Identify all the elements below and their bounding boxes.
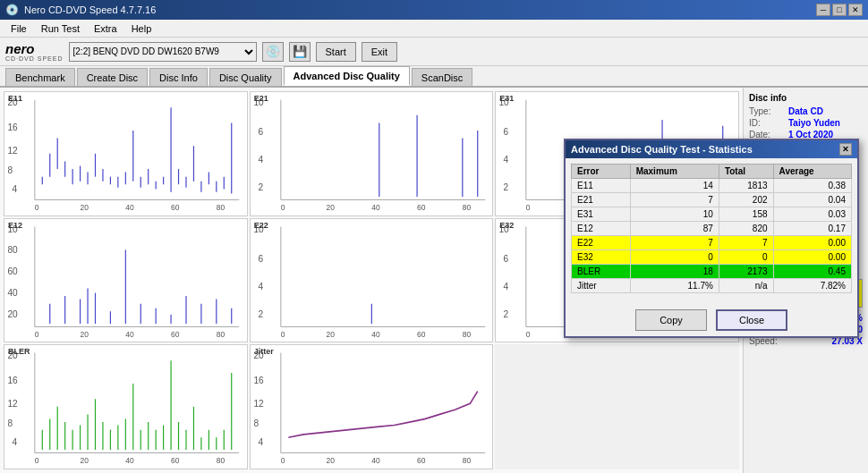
nero-logo: nero — [5, 42, 64, 55]
chart-e12-label: E12 — [8, 221, 22, 230]
svg-text:6: 6 — [504, 254, 509, 264]
svg-text:0: 0 — [526, 330, 531, 339]
svg-text:8: 8 — [253, 418, 259, 428]
disc-info-title: Disc info — [749, 93, 863, 103]
svg-text:60: 60 — [171, 457, 180, 466]
toolbar: nero CD·DVD SPEED [2:2] BENQ DVD DD DW16… — [0, 38, 868, 66]
svg-text:80: 80 — [462, 330, 471, 339]
svg-text:16: 16 — [253, 376, 264, 385]
nero-logo-area: nero CD·DVD SPEED — [5, 42, 64, 62]
modal-close-x[interactable]: ✕ — [839, 143, 852, 156]
copy-button[interactable]: Copy — [635, 309, 707, 331]
disc-type-row: Type: Data CD — [749, 106, 863, 116]
table-row-e32: E32 0 0 0.00 — [572, 250, 852, 265]
svg-text:60: 60 — [171, 203, 180, 212]
chart-bler-label: BLER — [8, 347, 30, 356]
svg-text:0: 0 — [280, 457, 285, 466]
menu-bar: File Run Test Extra Help — [0, 20, 868, 38]
svg-text:2: 2 — [504, 182, 509, 192]
disc-type-value: Data CD — [788, 106, 823, 116]
tab-scandisc[interactable]: ScanDisc — [412, 68, 472, 86]
chart-e31-label: E31 — [499, 94, 514, 103]
tab-benchmark[interactable]: Benchmark — [5, 68, 75, 86]
svg-text:12: 12 — [7, 146, 18, 156]
chart-jitter-svg: 20 16 12 8 4 0 20 40 60 80 — [251, 345, 493, 469]
drive-icon-button[interactable]: 💿 — [262, 42, 284, 62]
svg-text:6: 6 — [258, 254, 263, 264]
modal-body: Error Maximum Total Average E11 14 1813 … — [566, 158, 857, 306]
cell-avg: 0.04 — [773, 193, 851, 207]
cell-total: 1813 — [719, 179, 773, 193]
tab-advanced-disc-quality[interactable]: Advanced Disc Quality — [284, 66, 410, 86]
modal-title: Advanced Disc Quality Test - Statistics — [571, 144, 753, 155]
chart-e11-label: E11 — [8, 94, 22, 103]
svg-text:20: 20 — [326, 330, 335, 339]
chart-e22: E22 10 6 4 2 0 20 40 60 80 — [250, 218, 494, 343]
title-bar-controls: ─ □ ✕ — [816, 4, 863, 16]
svg-text:12: 12 — [253, 399, 264, 409]
svg-text:40: 40 — [7, 288, 18, 298]
svg-text:4: 4 — [258, 155, 263, 165]
menu-run-test[interactable]: Run Test — [34, 21, 87, 36]
close-button[interactable]: Close — [716, 309, 787, 331]
menu-help[interactable]: Help — [124, 21, 159, 36]
close-button[interactable]: ✕ — [848, 4, 863, 16]
start-button[interactable]: Start — [316, 42, 356, 62]
svg-text:4: 4 — [258, 437, 263, 447]
svg-text:8: 8 — [7, 165, 13, 175]
chart-bler-svg: 20 16 12 8 4 0 20 40 60 80 — [4, 345, 247, 469]
chart-jitter: Jitter 20 16 12 8 4 0 20 40 60 80 — [250, 344, 494, 469]
svg-text:0: 0 — [35, 203, 39, 212]
svg-text:4: 4 — [504, 155, 509, 165]
save-icon: 💾 — [293, 45, 307, 58]
minimize-button[interactable]: ─ — [816, 4, 830, 16]
svg-text:60: 60 — [417, 457, 426, 466]
cell-total: 158 — [719, 207, 773, 222]
nero-sub: CD·DVD SPEED — [5, 55, 64, 62]
tab-create-disc[interactable]: Create Disc — [77, 68, 148, 86]
maximize-button[interactable]: □ — [832, 4, 847, 16]
drive-select[interactable]: [2:2] BENQ DVD DD DW1620 B7W9 — [69, 42, 257, 62]
cell-total: 202 — [719, 193, 773, 207]
chart-e12: E12 10 80 60 40 20 0 20 40 60 80 — [4, 218, 248, 343]
chart-bler: BLER 20 16 12 8 4 0 20 40 60 80 — [4, 344, 248, 469]
col-average: Average — [773, 165, 851, 179]
svg-text:6: 6 — [504, 127, 509, 137]
svg-text:20: 20 — [7, 309, 18, 319]
drive-icon: 💿 — [266, 45, 280, 58]
tab-disc-info[interactable]: Disc Info — [149, 68, 208, 86]
svg-text:2: 2 — [258, 182, 263, 192]
save-icon-button[interactable]: 💾 — [289, 42, 311, 62]
cell-max: 7 — [630, 193, 719, 207]
svg-text:40: 40 — [371, 457, 380, 466]
svg-text:8: 8 — [7, 418, 13, 428]
cell-error: E21 — [572, 193, 631, 207]
menu-file[interactable]: File — [4, 21, 34, 36]
svg-text:16: 16 — [7, 376, 18, 385]
svg-text:80: 80 — [7, 244, 18, 254]
svg-text:80: 80 — [217, 330, 226, 339]
tab-disc-quality[interactable]: Disc Quality — [209, 68, 282, 86]
chart-e32-label: E32 — [499, 221, 514, 230]
svg-text:4: 4 — [12, 437, 17, 447]
svg-text:80: 80 — [217, 457, 226, 466]
cell-max: 11.7% — [630, 279, 719, 293]
cell-error: E32 — [572, 250, 631, 265]
col-maximum: Maximum — [630, 165, 719, 179]
svg-text:4: 4 — [258, 282, 263, 291]
cell-error: E11 — [572, 179, 631, 193]
disc-type-label: Type: — [749, 106, 788, 116]
svg-text:40: 40 — [125, 203, 134, 212]
svg-text:40: 40 — [371, 330, 380, 339]
cell-total: 2173 — [719, 265, 773, 279]
table-row: E12 87 820 0.17 — [572, 222, 852, 236]
menu-extra[interactable]: Extra — [87, 21, 124, 36]
title-bar-left: 💿 Nero CD-DVD Speed 4.7.7.16 — [5, 4, 156, 16]
svg-text:0: 0 — [280, 330, 285, 339]
cell-avg: 0.00 — [773, 250, 851, 265]
chart-e22-label: E22 — [254, 221, 268, 230]
exit-button[interactable]: Exit — [362, 42, 397, 62]
cell-max: 87 — [630, 222, 719, 236]
cell-max: 18 — [630, 265, 719, 279]
table-row: E11 14 1813 0.38 — [572, 179, 852, 193]
